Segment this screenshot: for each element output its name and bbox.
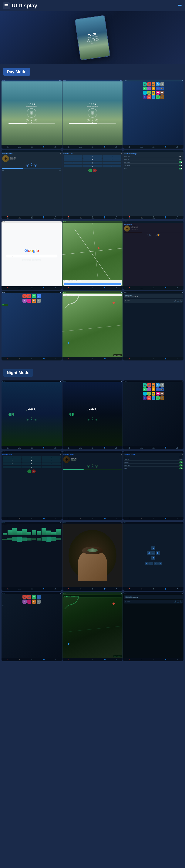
day-carplay-home: 18:01▲ 📞 🎵 ✉ M 🎙 🎵 🌊 ⚙ [1,291,62,360]
day-bt-settings: 17:46▲ Bluetooth_Settings ✕ Device name … [123,150,184,219]
day-google: 17:46▲ Google Search or type URL Google … [1,221,62,290]
svg-point-3 [98,247,100,249]
nav-hamburger-icon[interactable]: ☰ [178,3,182,8]
day-carplay-nav: 18:01▲ 10/14 ETA 9.0 mi Start on Songtre… [123,291,184,360]
night-equalizer: 17:54▲ equalizer [1,522,62,591]
night-carplay-nav: 18:01▲ 10/14 ETA 9.0 mi Start on Songtre… [123,592,184,661]
night-music-player-2: 20:08▲ 20:08 A soothing piece of nature … [62,380,123,450]
svg-line-7 [62,626,123,632]
day-music-player-2: 20:08▲ ⊕ ☁ 20:08 A soothing piece of nat… [62,80,123,149]
day-row-2: 17:46▲ Bluetooth_Music ✕ Music Title Mus… [0,149,185,220]
bt-power-toggle[interactable] [179,168,182,169]
svg-line-1 [62,248,123,254]
night-row-3: 17:54▲ equalizer [0,521,185,591]
svg-line-0 [74,229,110,280]
night-app-grid: 18:46▲ 📞 🎵 📷 📡 ⚙ ✉ 🎙 ⭐ 🔵 📻 🌐 [123,380,184,450]
page-header: UI Display ☰ [0,0,185,11]
night-mode-badge: Night Mode [3,369,33,377]
svg-point-5 [112,302,115,304]
day-map-full: 18:33▲ Sunny Coffee Modern Restaurant [62,291,123,360]
svg-point-6 [68,342,70,344]
page-title: UI Display [12,3,37,9]
svg-line-4 [62,325,123,332]
night-bt-music: 17:46▲ Bluetooth_Music ✕ Music Title Mus… [62,451,123,520]
hero-section: ●●● 20:08 A soothing piece of nature ⏮ ⏸… [0,11,185,64]
night-map: 18:33▲ Sunny Coffee Modern Restaurant [62,592,123,661]
night-music-player-1: 20:08▲ 20:08 A soothing piece of nature … [1,380,62,450]
day-mode-badge: Day Mode [3,68,30,76]
night-row-4: 18:01▲ 📞 🎵 ✉ M 🎙 🎵 🌊 ⚙ 18:01 [0,591,185,662]
auto-answer-toggle[interactable] [179,161,182,163]
night-row-2: 17:46▲ Bluetooth_Call ✕ 1 2 3 4 5 6 7 8 … [0,450,185,521]
svg-point-8 [112,602,115,605]
day-bt-music: 17:46▲ Bluetooth_Music ✕ Music Title Mus… [1,150,62,219]
night-bt-call: 17:46▲ Bluetooth_Call ✕ 1 2 3 4 5 6 7 8 … [1,451,62,520]
day-social-music: 17:46▲ SocialMusic 华语_519BE.mp3 华语_27BEE… [123,221,184,290]
night-bt-settings: 17:46▲ Bluetooth_Settings ✕ Device name … [123,451,184,520]
menu-icon[interactable] [3,2,10,9]
day-app-grid: 18:46▲ ⊕ 📞 🎵 📷 📡 ⚙ ✉ 🎙 ⭐ 🔵 📻 [123,80,184,149]
svg-point-9 [68,643,70,645]
night-food-card: 12:09▲ 📍 📞 🎵 [62,522,123,591]
night-mode-section-header: Night Mode [0,365,185,380]
day-row-1: 20:08▲ ⊕ ☁ 20:08 A soothing piece of nat… [0,79,185,149]
day-bt-call: 17:46▲ Bluetooth_Call ✕ 1 2 3 4 5 6 7 8 … [62,150,123,219]
svg-line-2 [92,223,99,286]
auto-connect-toggle[interactable] [179,164,182,166]
hero-device: ●●● 20:08 A soothing piece of nature ⏮ ⏸… [75,15,110,60]
day-row-4: 18:01▲ 📞 🎵 ✉ M 🎙 🎵 🌊 ⚙ [0,290,185,361]
day-row-3: 17:46▲ Google Search or type URL Google … [0,220,185,290]
night-carplay-home: 18:01▲ 📞 🎵 ✉ M 🎙 🎵 🌊 ⚙ 18:01 [1,592,62,661]
music-time-1: 20:08 [28,103,35,106]
day-map-nav: 18:33▲ Sunny Coffee Modern Restaurant 18… [62,221,123,290]
day-music-player-1: 20:08▲ ⊕ ☁ 20:08 A soothing piece of nat… [1,80,62,149]
day-mode-section-header: Day Mode [0,64,185,79]
night-nav-arrows: 8:03▲ ▲ ◀ OK ▶ ▼ ⏮ ⏸ ⏭ [123,522,184,591]
night-row-1: 20:08▲ 20:08 A soothing piece of nature … [0,380,185,450]
